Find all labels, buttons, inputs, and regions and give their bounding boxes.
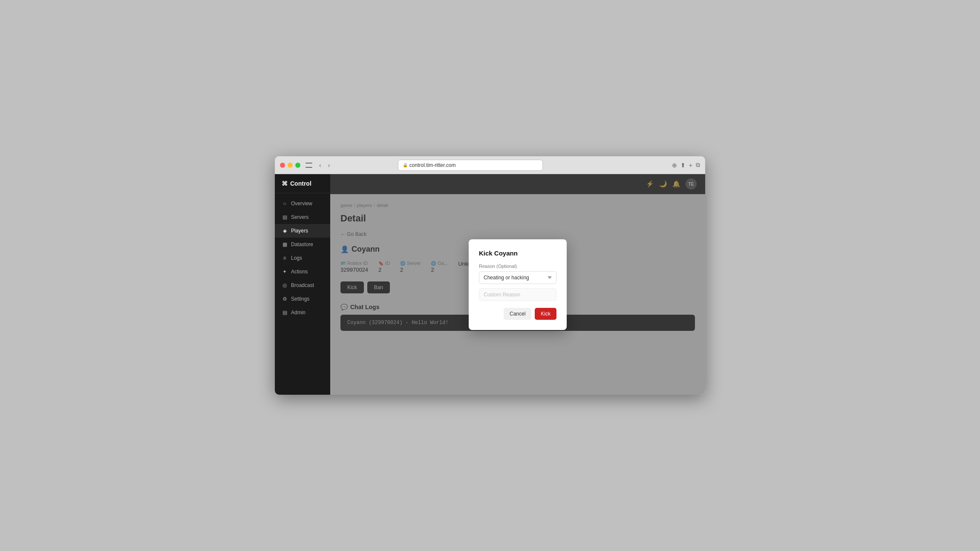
browser-chrome: ‹ › 🔒 control.tim-ritter.com ⊕ ⬆ + ⧉ <box>275 156 705 174</box>
share-icon[interactable]: ⬆ <box>680 162 686 169</box>
sidebar-item-label: Datastore <box>291 241 313 247</box>
broadcast-icon: ◎ <box>282 282 288 288</box>
sidebar-item-servers[interactable]: ▤ Servers <box>275 210 330 224</box>
sidebar-item-overview[interactable]: ○ Overview <box>275 197 330 210</box>
sidebar-item-admin[interactable]: ▤ Admin <box>275 306 330 319</box>
tabs-icon[interactable]: ⧉ <box>696 161 700 169</box>
traffic-lights <box>280 163 300 168</box>
sidebar-item-label: Overview <box>291 201 312 207</box>
close-button[interactable] <box>280 163 285 168</box>
sidebar-item-broadcast[interactable]: ◎ Broadcast <box>275 278 330 292</box>
sidebar-item-settings[interactable]: ⚙ Settings <box>275 292 330 306</box>
minimize-button[interactable] <box>288 163 293 168</box>
lock-icon: 🔒 <box>403 163 408 167</box>
reason-label: Reason (Optional) <box>479 264 556 269</box>
servers-icon: ▤ <box>282 214 288 220</box>
new-tab-icon[interactable]: + <box>689 162 692 169</box>
kick-confirm-button[interactable]: Kick <box>535 308 556 320</box>
sidebar: ⌘ Control ○ Overview ▤ Servers ◈ Players… <box>275 174 330 395</box>
overview-icon: ○ <box>282 201 288 207</box>
sidebar-item-logs[interactable]: ≡ Logs <box>275 251 330 265</box>
sidebar-item-label: Servers <box>291 214 308 220</box>
actions-icon: ✦ <box>282 269 288 275</box>
maximize-button[interactable] <box>295 163 300 168</box>
modal-title: Kick Coyann <box>479 250 556 257</box>
back-nav-button[interactable]: ‹ <box>317 161 323 169</box>
url-text: control.tim-ritter.com <box>409 162 456 168</box>
sidebar-item-actions[interactable]: ✦ Actions <box>275 265 330 278</box>
reason-select[interactable]: Cheating or hacking Toxic behavior Explo… <box>479 271 556 284</box>
sidebar-item-datastore[interactable]: ▦ Datastore <box>275 238 330 251</box>
bookmark-icon[interactable]: ⊕ <box>672 162 677 169</box>
browser-actions: ⊕ ⬆ + ⧉ <box>672 161 700 169</box>
main-content: ⚡ 🌙 🔔 TE game / players / detail Detail … <box>330 174 705 395</box>
logs-icon: ≡ <box>282 255 288 261</box>
datastore-icon: ▦ <box>282 241 288 247</box>
logo-text: Control <box>290 180 311 187</box>
modal-actions: Cancel Kick <box>479 308 556 320</box>
sidebar-nav: ○ Overview ▤ Servers ◈ Players ▦ Datasto… <box>275 193 330 395</box>
sidebar-item-label: Players <box>291 228 308 234</box>
admin-icon: ▤ <box>282 310 288 316</box>
players-icon: ◈ <box>282 228 288 234</box>
sidebar-toggle[interactable] <box>306 163 312 168</box>
forward-nav-button[interactable]: › <box>326 161 332 169</box>
address-bar[interactable]: 🔒 control.tim-ritter.com <box>398 160 543 171</box>
sidebar-item-players[interactable]: ◈ Players <box>275 224 330 238</box>
cancel-button[interactable]: Cancel <box>504 308 531 320</box>
app-layout: ⌘ Control ○ Overview ▤ Servers ◈ Players… <box>275 174 705 395</box>
sidebar-logo: ⌘ Control <box>275 174 330 193</box>
custom-reason-input[interactable] <box>479 288 556 301</box>
logo-icon: ⌘ <box>282 180 288 187</box>
sidebar-item-label: Admin <box>291 310 306 316</box>
modal-overlay[interactable]: Kick Coyann Reason (Optional) Cheating o… <box>330 174 705 395</box>
sidebar-item-label: Logs <box>291 255 302 261</box>
browser-window: ‹ › 🔒 control.tim-ritter.com ⊕ ⬆ + ⧉ ⌘ C… <box>275 156 705 395</box>
sidebar-item-label: Settings <box>291 296 309 302</box>
sidebar-item-label: Actions <box>291 269 308 275</box>
kick-modal: Kick Coyann Reason (Optional) Cheating o… <box>469 239 567 330</box>
sidebar-item-label: Broadcast <box>291 282 314 288</box>
settings-icon: ⚙ <box>282 296 288 302</box>
